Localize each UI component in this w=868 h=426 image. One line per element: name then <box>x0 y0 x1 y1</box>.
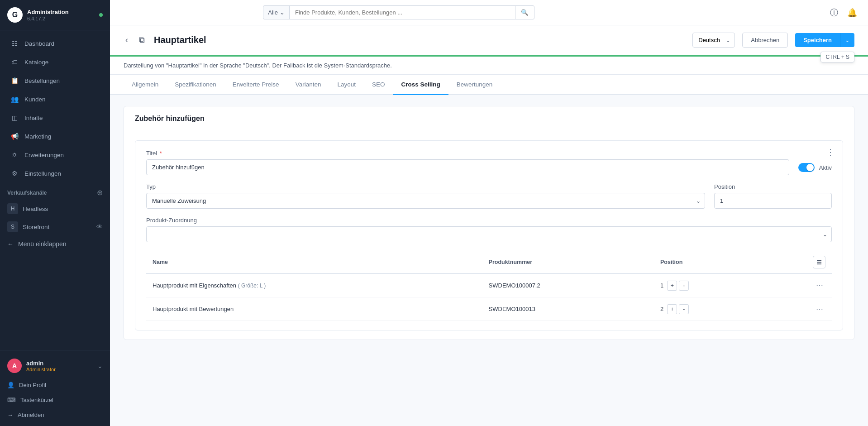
sidebar-item-erweiterungen[interactable]: ⛭Erweiterungen <box>3 146 107 164</box>
duplicate-button[interactable]: ⧉ <box>137 34 147 47</box>
sidebar-footer: A admin Administrator ⌄ 👤Dein Profil⌨Tas… <box>0 350 110 426</box>
position-up-button[interactable]: + <box>667 281 677 291</box>
search-button[interactable]: 🔍 <box>515 5 534 19</box>
sidebar-item-kunden[interactable]: 👥Kunden <box>3 90 107 108</box>
produkt-zuordnung-input[interactable] <box>146 226 832 242</box>
bottom-nav-profil[interactable]: 👤Dein Profil <box>0 378 110 392</box>
sidebar-item-label: Erweiterungen <box>24 152 64 158</box>
table-row: Hauptprodukt mit Eigenschaften ( Größe: … <box>146 273 832 297</box>
tab-cross-selling[interactable]: Cross Selling <box>393 75 448 95</box>
titel-row: Titel * Aktiv <box>146 150 832 175</box>
language-selector[interactable]: Deutsch ⌄ <box>692 33 735 48</box>
position-value: 1 <box>660 282 663 289</box>
avatar: A <box>7 359 22 373</box>
tabs-bar: AllgemeinSpezifikationenErweiterte Preis… <box>110 75 868 95</box>
storefront-visibility-icon[interactable]: 👁 <box>96 223 103 230</box>
notifications-button[interactable]: 🔔 <box>845 6 859 19</box>
product-position-cell: 2 + - <box>654 297 764 321</box>
info-text: Darstellung von "Hauptartikel" in der Sp… <box>124 62 392 69</box>
page-title: Hauptartikel <box>154 35 685 45</box>
products-table: Name Produktnummer Position ☰ Hauptprodu… <box>146 251 832 321</box>
abmelden-label: Abmelden <box>18 412 44 418</box>
users-icon: 👥 <box>10 95 19 104</box>
sidebar-item-storefront[interactable]: SStorefront👁 <box>0 218 110 236</box>
sidebar-item-label: Einstellungen <box>24 170 61 177</box>
shortcut-tooltip: CTRL + S <box>820 52 854 62</box>
row-options-button[interactable]: ⋯ <box>814 279 825 292</box>
product-number-cell: SWDEMO100007.2 <box>482 273 654 297</box>
sidebar-item-kataloge[interactable]: 🏷Kataloge <box>3 53 107 71</box>
tab-bewertungen[interactable]: Bewertungen <box>448 75 501 95</box>
row-options-button[interactable]: ⋯ <box>814 303 825 315</box>
cancel-button[interactable]: Abbrechen <box>742 33 788 48</box>
add-sales-channel-button[interactable]: ⊕ <box>97 188 103 197</box>
position-up-button[interactable]: + <box>667 304 677 314</box>
produkt-zuordnung-section: Produkt-Zuordnung ⌄ <box>146 217 832 242</box>
tab-layout[interactable]: Layout <box>329 75 364 95</box>
content-area: Zubehör hinzufügen ⋮ Titel * <box>110 95 868 426</box>
lang-select-input[interactable]: Deutsch <box>692 33 735 48</box>
tab-spezifikationen[interactable]: Spezifikationen <box>167 75 224 95</box>
user-section[interactable]: A admin Administrator ⌄ <box>0 354 110 378</box>
product-name-cell: Hauptprodukt mit Eigenschaften ( Größe: … <box>146 273 482 297</box>
product-name: Hauptprodukt mit Eigenschaften <box>153 282 236 289</box>
search-filter-dropdown[interactable]: Alle ⌄ <box>263 5 289 19</box>
sidebar-item-inhalte[interactable]: ◫Inhalte <box>3 109 107 127</box>
search-filter-chevron-icon: ⌄ <box>280 9 285 16</box>
storefront-channel-label: Storefront <box>23 224 92 230</box>
produkt-zuordnung-wrap: ⌄ <box>146 226 832 242</box>
tab-allgemein[interactable]: Allgemein <box>124 75 167 95</box>
typ-position-row: Typ Manuelle Zuweisung ⌄ Position <box>146 183 832 209</box>
position-down-button[interactable]: - <box>679 304 689 314</box>
typ-select[interactable]: Manuelle Zuweisung <box>146 193 705 209</box>
sidebar-item-dashboard[interactable]: ☷Dashboard <box>3 34 107 53</box>
app-logo: G <box>7 7 23 23</box>
position-value: 2 <box>660 306 663 312</box>
save-dropdown-button[interactable]: ⌄ <box>840 33 854 47</box>
titel-input[interactable] <box>146 159 789 175</box>
product-position-cell: 1 + - <box>654 273 764 297</box>
online-indicator <box>99 13 103 17</box>
sales-channels-title: Verkaufskanäle <box>7 190 47 196</box>
profil-label: Dein Profil <box>19 382 46 388</box>
app-info: Administration 6.4.17.2 <box>27 9 69 22</box>
tab-erweiterte-preise[interactable]: Erweiterte Preise <box>224 75 287 95</box>
collapse-menu-button[interactable]: ← Menü einklappen <box>0 236 110 252</box>
card-body: ⋮ Titel * Aktiv <box>124 131 854 340</box>
headless-channel-icon: H <box>7 203 18 214</box>
search-input[interactable] <box>289 5 515 19</box>
bottom-nav-abmelden[interactable]: →Abmelden <box>0 407 110 422</box>
sidebar-item-marketing[interactable]: 📢Marketing <box>3 127 107 145</box>
clipboard-icon: 📋 <box>10 76 19 85</box>
user-name: admin <box>26 360 56 367</box>
toggle-knob <box>806 164 814 171</box>
user-role: Administrator <box>26 367 56 372</box>
produkt-zuordnung-label: Produkt-Zuordnung <box>146 217 832 224</box>
back-button[interactable]: ‹ <box>124 34 130 47</box>
tag-icon: 🏷 <box>10 57 19 67</box>
products-table-container: Name Produktnummer Position ☰ Hauptprodu… <box>146 251 832 321</box>
help-button[interactable]: ⓘ <box>828 5 840 20</box>
bottom-nav-tastaturzel[interactable]: ⌨Tastenkürzel <box>0 392 110 407</box>
position-label: Position <box>714 183 832 190</box>
sidebar-item-bestellungen[interactable]: 📋Bestellungen <box>3 72 107 90</box>
product-number-cell: SWDEMO100013 <box>482 297 654 321</box>
titel-group: Titel * <box>146 150 789 175</box>
tastaturzel-label: Tastenkürzel <box>20 397 53 403</box>
tab-seo[interactable]: SEO <box>364 75 393 95</box>
position-input[interactable] <box>714 193 832 209</box>
sidebar-item-einstellungen[interactable]: ⚙Einstellungen <box>3 164 107 182</box>
position-down-button[interactable]: - <box>679 281 689 291</box>
megaphone-icon: 📢 <box>10 132 19 141</box>
sidebar-item-label: Dashboard <box>24 40 54 47</box>
profil-icon: 👤 <box>7 382 14 388</box>
sidebar-item-headless[interactable]: HHeadless <box>0 200 110 218</box>
save-button[interactable]: Speichern <box>795 33 840 47</box>
tab-varianten[interactable]: Varianten <box>287 75 329 95</box>
sidebar-nav: ☷Dashboard🏷Kataloge📋Bestellungen👥Kunden◫… <box>0 30 110 350</box>
table-header-actions-button[interactable]: ☰ <box>813 256 825 268</box>
product-name: Hauptprodukt mit Bewertungen <box>153 306 234 312</box>
card-options-button[interactable]: ⋮ <box>826 147 835 157</box>
search-filter-label: Alle <box>268 9 278 16</box>
aktiv-toggle[interactable] <box>798 163 815 172</box>
